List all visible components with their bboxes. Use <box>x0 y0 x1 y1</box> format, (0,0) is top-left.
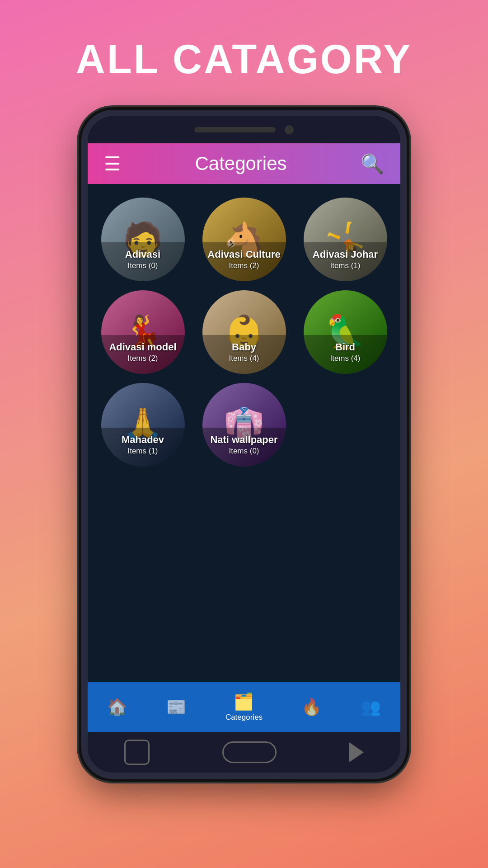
page-title-text: ALL CATAGORY <box>0 36 488 83</box>
category-item-baby[interactable]: 👶 Baby Items (4) <box>198 290 290 374</box>
nav-item-news[interactable]: 📰 <box>166 698 187 717</box>
category-name-baby: Baby <box>207 341 282 353</box>
nav-label-categories: Categories <box>225 713 263 722</box>
category-grid: 🧑 Adivasi Items (0) 🐴 Adivasi Culture It… <box>97 198 391 467</box>
category-item-adivasi-model[interactable]: 💃 Adivasi model Items (2) <box>97 290 189 374</box>
hamburger-icon[interactable]: ☰ <box>104 153 121 175</box>
recent-apps-button[interactable] <box>124 740 150 765</box>
category-name-adivasi-johar: Adivasi Johar <box>308 249 383 260</box>
category-count-bird: Items (4) <box>308 354 383 363</box>
category-item-bird[interactable]: 🦜 Bird Items (4) <box>299 290 391 374</box>
category-count-baby: Items (4) <box>207 354 282 363</box>
back-button[interactable] <box>349 742 364 762</box>
nav-icon-categories: 🗂️ <box>234 692 254 711</box>
category-name-adivasi-model: Adivasi model <box>106 341 180 353</box>
category-item-mahadev[interactable]: 🙏 Mahadev Items (1) <box>97 383 189 467</box>
search-icon[interactable]: 🔍 <box>361 153 384 175</box>
category-count-mahadev: Items (1) <box>106 447 180 456</box>
category-name-adivasi-culture: Adivasi Culture <box>207 249 282 260</box>
app-header: ☰ Categories 🔍 <box>88 143 400 184</box>
category-name-nati-wallpaper: Nati wallpaper <box>207 434 282 446</box>
phone-top-bar <box>88 116 400 143</box>
nav-item-home[interactable]: 🏠 <box>107 698 127 717</box>
category-item-nati-wallpaper[interactable]: 👘 Nati wallpaper Items (0) <box>198 383 290 467</box>
category-name-adivasi: Adivasi <box>106 249 180 260</box>
nav-item-community[interactable]: 👥 <box>361 698 381 717</box>
category-count-nati-wallpaper: Items (0) <box>207 447 282 456</box>
nav-item-categories[interactable]: 🗂️ Categories <box>225 692 263 722</box>
category-count-adivasi-culture: Items (2) <box>207 261 282 270</box>
category-name-mahadev: Mahadev <box>106 434 180 446</box>
nav-icon-trending: 🔥 <box>301 698 322 717</box>
category-item-adivasi-culture[interactable]: 🐴 Adivasi Culture Items (2) <box>198 198 290 281</box>
camera <box>285 125 294 134</box>
speaker-grille <box>194 127 276 132</box>
nav-icon-news: 📰 <box>166 698 187 717</box>
home-button[interactable] <box>222 741 277 763</box>
phone-mockup: ☰ Categories 🔍 🧑 Adivasi Items (0) 🐴 Adi… <box>81 110 407 779</box>
app-content: 🧑 Adivasi Items (0) 🐴 Adivasi Culture It… <box>88 184 400 682</box>
nav-item-trending[interactable]: 🔥 <box>301 698 322 717</box>
category-item-adivasi-johar[interactable]: 🤸 Adivasi Johar Items (1) <box>299 198 391 281</box>
nav-icon-home: 🏠 <box>107 698 127 717</box>
phone-bottom-bar <box>88 732 400 773</box>
category-count-adivasi-johar: Items (1) <box>308 261 383 270</box>
category-count-adivasi: Items (0) <box>106 261 180 270</box>
category-item-adivasi[interactable]: 🧑 Adivasi Items (0) <box>97 198 189 281</box>
category-name-bird: Bird <box>308 341 383 353</box>
bottom-navigation: 🏠 📰 🗂️ Categories 🔥 👥 <box>88 682 400 732</box>
category-count-adivasi-model: Items (2) <box>106 354 180 363</box>
nav-icon-community: 👥 <box>361 698 381 717</box>
header-title: Categories <box>195 153 286 175</box>
